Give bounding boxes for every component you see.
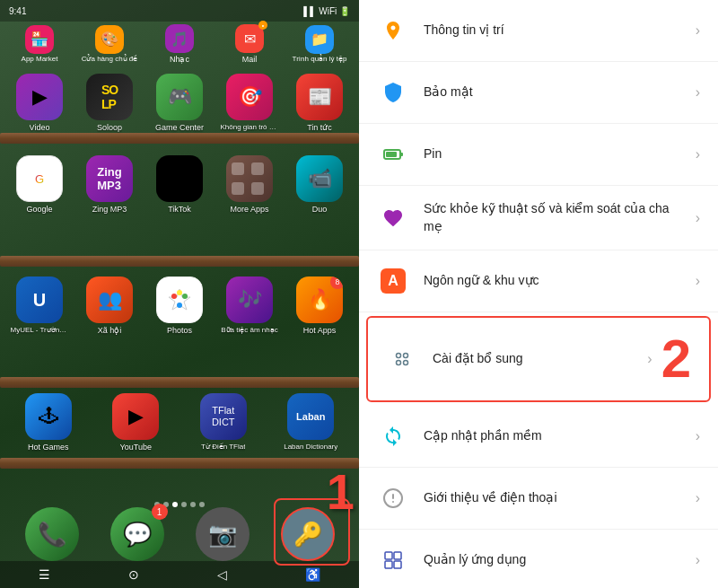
settings-item-app-mgmt[interactable]: Quản lý ứng dụng ›	[359, 530, 718, 588]
khong-gian-label: Không gian trò chơi	[221, 123, 279, 132]
youtube-icon: ▶	[112, 393, 159, 440]
photos-icon	[156, 276, 203, 323]
extra-icon	[386, 343, 418, 375]
app-game-center[interactable]: 🎮 Game Center	[151, 74, 209, 133]
hot-games-label: Hot Games	[28, 443, 69, 452]
app-youtube[interactable]: ▶ YouTube	[107, 393, 165, 452]
app-zingmp3[interactable]: ZingMP3 Zing MP3	[81, 155, 139, 215]
nav-trinh-quan[interactable]: 📁 Trình quản lý tệp	[291, 25, 349, 64]
nav-accessibility[interactable]: ♿	[305, 567, 320, 582]
app-xa-hoi[interactable]: 👥 Xã hội	[81, 276, 139, 336]
nhac-icon: 🎵	[165, 24, 194, 53]
dock-phone[interactable]: 📞	[25, 507, 79, 561]
svg-point-1	[171, 294, 177, 299]
cua-hang-icon: 🎨	[95, 25, 124, 54]
myuel-icon: U	[16, 276, 63, 323]
status-bar: 9:41 ▌▌ WiFi 🔋	[0, 0, 359, 22]
security-icon	[377, 76, 409, 109]
app-video[interactable]: ▶ Video	[11, 74, 69, 133]
nav-back[interactable]: ⊙	[128, 567, 139, 582]
app-soloop[interactable]: SOLP Soloop	[81, 74, 139, 133]
status-time: 9:41	[9, 6, 26, 16]
youtube-label: YouTube	[120, 443, 152, 452]
nav-mail-label: Mail	[242, 55, 258, 64]
dock-camera[interactable]: 📷	[196, 507, 250, 561]
app-tin-tuc[interactable]: 📰 Tin tức	[291, 74, 349, 133]
google-label: Google	[26, 205, 52, 215]
app-row-4: 🕹 Hot Games ▶ YouTube TFlatDICT Từ Điển …	[0, 386, 359, 456]
app-hot-games[interactable]: 🕹 Hot Games	[19, 393, 77, 452]
app-duo[interactable]: 📹 Duo	[291, 155, 349, 215]
nav-nhac[interactable]: 🎵 Nhạc	[151, 24, 209, 64]
health-icon	[377, 202, 409, 234]
svg-rect-6	[400, 153, 403, 156]
settings-item-health[interactable]: Sức khỏe kỹ thuật số và kiểm soát của ch…	[359, 186, 718, 250]
nav-nhac-label: Nhạc	[170, 55, 189, 64]
app-bua-tiec[interactable]: 🎶 Bữa tiệc âm nhạc	[221, 276, 279, 335]
hot-apps-badge: 8	[330, 276, 343, 289]
location-icon	[377, 14, 409, 47]
app-mgmt-arrow: ›	[696, 552, 700, 568]
nav-cua-hang[interactable]: 🎨 Cửa hàng chủ đề	[81, 25, 139, 64]
zingmp3-icon: ZingMP3	[86, 155, 133, 202]
xa-hoi-label: Xã hội	[98, 326, 122, 336]
security-label: Bảo mật	[424, 83, 688, 101]
settings-item-extra[interactable]: Cài đặt bổ sung › 2	[366, 316, 711, 402]
security-arrow: ›	[696, 84, 700, 101]
location-arrow: ›	[696, 22, 700, 39]
nav-home[interactable]: ☰	[39, 567, 50, 582]
update-label: Cập nhật phần mềm	[424, 427, 688, 445]
update-icon	[377, 420, 409, 452]
app-more-apps[interactable]: More Apps	[221, 155, 279, 215]
tiktok-label: TikTok	[168, 205, 191, 215]
app-mgmt-icon	[377, 544, 409, 576]
app-row-2: G Google ZingMP3 Zing MP3 ♪ TikTok More …	[0, 148, 359, 218]
settings-panel: Thông tin vị trí › Bảo mật › Pin › Sức k…	[359, 0, 718, 588]
game-center-icon: 🎮	[156, 74, 203, 120]
tu-dien-label: Từ Điển TFlat	[201, 443, 245, 452]
app-hot-apps[interactable]: 🔥8 Hot Apps	[291, 276, 349, 336]
location-label: Thông tin vị trí	[424, 22, 688, 39]
svg-rect-14	[394, 552, 401, 559]
nav-mail[interactable]: ✉• Mail	[221, 24, 279, 64]
settings-item-about[interactable]: Giới thiệu về điện thoại ›	[359, 468, 718, 530]
phone-screen: 9:41 ▌▌ WiFi 🔋 🏪 App Market 🎨 Cửa hàng c…	[0, 0, 359, 588]
settings-item-location[interactable]: Thông tin vị trí ›	[359, 0, 718, 62]
app-myuel[interactable]: U MyUEL - Trường D...	[11, 276, 69, 335]
mail-icon: ✉•	[235, 24, 264, 53]
bottom-dock: 📞 💬 1 📷 🔑	[0, 507, 359, 561]
battery-label: Pin	[424, 145, 688, 163]
settings-item-security[interactable]: Bảo mật ›	[359, 62, 718, 124]
settings-item-battery[interactable]: Pin ›	[359, 124, 718, 186]
nav-cua-hang-label: Cửa hàng chủ đề	[82, 56, 138, 64]
number-1-label: 1	[327, 462, 355, 521]
app-mgmt-label: Quản lý ứng dụng	[424, 551, 688, 569]
shelf-4	[0, 458, 359, 469]
app-tu-dien[interactable]: TFlatDICT Từ Điển TFlat	[194, 393, 252, 452]
app-khong-gian[interactable]: 🎯 Không gian trò chơi	[221, 74, 279, 132]
svg-point-11	[404, 361, 408, 365]
laban-icon: Laban	[287, 393, 334, 440]
messages-badge: 1	[152, 504, 168, 520]
about-icon	[377, 482, 409, 514]
top-navigation: 🏪 App Market 🎨 Cửa hàng chủ đề 🎵 Nhạc ✉•…	[0, 22, 359, 66]
nav-recents[interactable]: ◁	[217, 567, 227, 582]
dock-messages[interactable]: 💬 1	[110, 507, 164, 561]
settings-item-update[interactable]: Cập nhật phần mềm ›	[359, 406, 718, 468]
svg-rect-7	[386, 152, 397, 157]
svg-point-10	[404, 354, 408, 358]
app-google[interactable]: G Google	[11, 155, 69, 215]
tin-tuc-icon: 📰	[296, 74, 343, 120]
nav-app-market[interactable]: 🏪 App Market	[11, 25, 69, 64]
settings-item-language[interactable]: A Ngôn ngữ & khu vực ›	[359, 250, 718, 312]
bua-tiec-icon: 🎶	[226, 276, 273, 323]
extra-arrow: ›	[647, 351, 652, 367]
status-icons: ▌▌ WiFi 🔋	[303, 6, 350, 16]
video-icon: ▶	[16, 74, 63, 120]
app-market-icon: 🏪	[25, 25, 54, 54]
app-tiktok[interactable]: ♪ TikTok	[151, 155, 209, 215]
app-photos[interactable]: Photos	[151, 276, 209, 336]
update-arrow: ›	[696, 428, 700, 444]
app-laban[interactable]: Laban Laban Dictionary	[282, 393, 340, 452]
soloop-icon: SOLP	[86, 74, 133, 120]
